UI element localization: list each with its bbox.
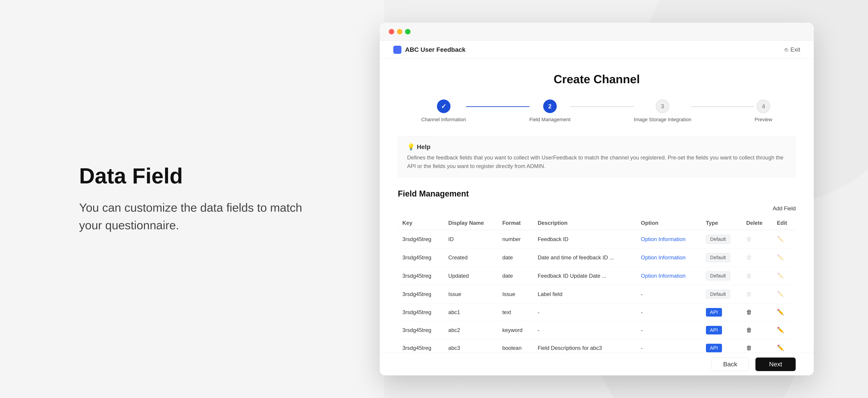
close-button[interactable] — [389, 29, 394, 34]
cell-type: Default — [702, 285, 742, 303]
delete-icon-disabled: 🗑 — [746, 272, 752, 279]
col-option: Option — [636, 216, 701, 230]
col-description: Description — [533, 216, 637, 230]
cell-type: API — [702, 321, 742, 339]
cell-option: - — [636, 321, 701, 339]
exit-button[interactable]: ⎋ Exit — [784, 46, 800, 53]
edit-icon[interactable]: ✏️ — [777, 309, 784, 315]
cell-key: 3rsdg45treg — [398, 267, 444, 285]
cell-format: boolean — [498, 339, 533, 353]
maximize-button[interactable] — [405, 29, 410, 34]
cell-delete: 🗑 — [742, 267, 772, 285]
option-info-link[interactable]: Option Information — [641, 273, 685, 279]
step-4-label: Preview — [754, 117, 772, 123]
cell-key: 3rsdg45treg — [398, 339, 444, 353]
edit-icon[interactable]: ✏️ — [777, 344, 784, 351]
traffic-lights — [389, 29, 410, 34]
option-info-link[interactable]: Option Information — [641, 236, 685, 242]
cell-type: API — [702, 303, 742, 321]
page-title: Create Channel — [398, 72, 796, 86]
delete-icon[interactable]: 🗑 — [746, 327, 752, 333]
type-badge: Default — [706, 235, 730, 244]
type-badge: Default — [706, 253, 730, 262]
help-box: 💡 Help Defines the feedback fields that … — [398, 136, 796, 178]
cell-option: - — [636, 285, 701, 303]
footer: Back Next — [380, 353, 814, 375]
table-row: 3rsdg45treg abc3 boolean Field Descripti… — [398, 339, 796, 353]
cell-type: API — [702, 339, 742, 353]
cell-key: 3rsdg45treg — [398, 285, 444, 303]
help-title: 💡 Help — [407, 143, 786, 151]
cell-format: date — [498, 267, 533, 285]
step-2-label: Field Management — [529, 117, 570, 123]
cell-display-name: Issue — [444, 285, 498, 303]
cell-option: - — [636, 339, 701, 353]
add-field-button[interactable]: Add Field — [773, 205, 796, 212]
step-3-label: Image Storage Integration — [634, 117, 691, 123]
type-badge: API — [706, 344, 722, 352]
connector-1-2 — [466, 106, 529, 107]
edit-icon[interactable]: ✏️ — [777, 327, 784, 333]
step-1-label: Channel Information — [421, 117, 466, 123]
option-dash: - — [641, 327, 643, 333]
section-title: Field Management — [398, 189, 796, 198]
cell-option: Option Information — [636, 248, 701, 267]
step-1: Channel Information — [421, 99, 466, 123]
back-button[interactable]: Back — [712, 358, 749, 371]
edit-icon-disabled: ✏️ — [777, 254, 784, 261]
cell-description: Label field — [533, 285, 637, 303]
cell-description: Feedback ID — [533, 230, 637, 248]
cell-delete: 🗑 — [742, 321, 772, 339]
minimize-button[interactable] — [397, 29, 402, 34]
exit-label: Exit — [790, 46, 800, 53]
title-bar — [380, 23, 814, 41]
step-1-circle — [437, 99, 451, 113]
col-format: Format — [498, 216, 533, 230]
step-2-number: 2 — [548, 103, 552, 110]
cell-option: Option Information — [636, 267, 701, 285]
step-4-number: 4 — [762, 103, 765, 110]
col-display-name: Display Name — [444, 216, 498, 230]
cell-display-name: abc2 — [444, 321, 498, 339]
left-panel: Data Field You can customize the data fi… — [0, 0, 384, 398]
option-info-link[interactable]: Option Information — [641, 254, 685, 261]
step-3-circle: 3 — [656, 99, 669, 113]
cell-type: Default — [702, 230, 742, 248]
app-logo: ABC User Feedback — [393, 46, 466, 54]
cell-delete: 🗑 — [742, 248, 772, 267]
cell-edit: ✏️ — [772, 267, 796, 285]
option-dash: - — [641, 291, 643, 297]
delete-icon-disabled: 🗑 — [746, 236, 752, 242]
delete-icon[interactable]: 🗑 — [746, 344, 752, 351]
type-badge: Default — [706, 290, 730, 299]
table-header-row: Key Display Name Format Description Opti… — [398, 216, 796, 230]
cell-key: 3rsdg45treg — [398, 321, 444, 339]
delete-icon-disabled: 🗑 — [746, 290, 752, 297]
cell-display-name: ID — [444, 230, 498, 248]
cell-description: Feedback ID Update Date ... — [533, 267, 637, 285]
edit-icon-disabled: ✏️ — [777, 272, 784, 279]
type-badge: Default — [706, 271, 730, 280]
edit-icon-disabled: ✏️ — [777, 236, 784, 242]
cell-description: - — [533, 303, 637, 321]
cell-edit: ✏️ — [772, 230, 796, 248]
type-badge: API — [706, 308, 722, 316]
cell-delete: 🗑 — [742, 303, 772, 321]
cell-edit: ✏️ — [772, 321, 796, 339]
cell-edit: ✏️ — [772, 285, 796, 303]
cell-delete: 🗑 — [742, 285, 772, 303]
left-title: Data Field — [79, 164, 305, 188]
col-edit: Edit — [772, 216, 796, 230]
step-1-check — [441, 103, 446, 110]
cell-format: text — [498, 303, 533, 321]
cell-display-name: abc1 — [444, 303, 498, 321]
cell-delete: 🗑 — [742, 230, 772, 248]
delete-icon[interactable]: 🗑 — [746, 309, 752, 315]
next-button[interactable]: Next — [755, 358, 796, 371]
left-desc: You can customize the data fields to mat… — [79, 199, 305, 234]
connector-3-4 — [691, 106, 754, 107]
cell-key: 3rsdg45treg — [398, 303, 444, 321]
cell-type: Default — [702, 267, 742, 285]
cell-key: 3rsdg45treg — [398, 248, 444, 267]
option-dash: - — [641, 309, 643, 315]
